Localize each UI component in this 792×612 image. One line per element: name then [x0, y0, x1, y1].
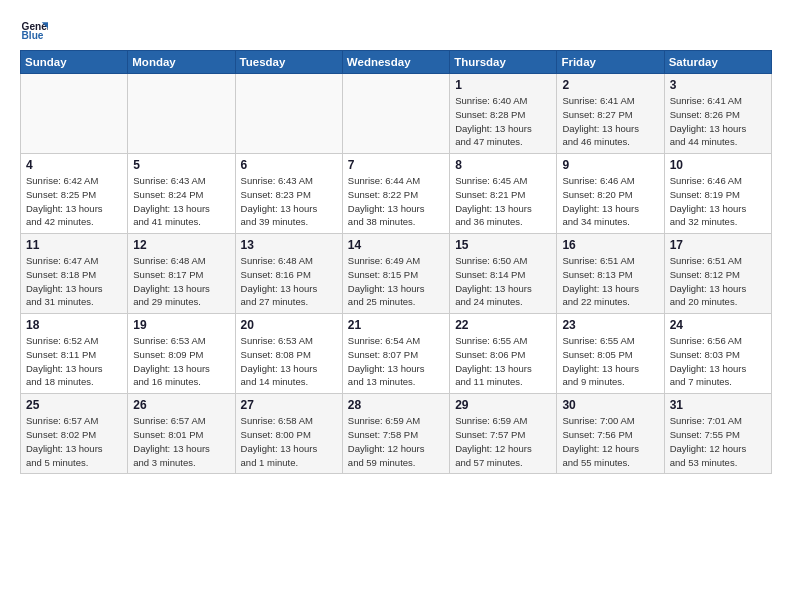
day-number: 24	[670, 318, 766, 332]
calendar-cell: 10Sunrise: 6:46 AM Sunset: 8:19 PM Dayli…	[664, 154, 771, 234]
day-info: Sunrise: 7:01 AM Sunset: 7:55 PM Dayligh…	[670, 414, 766, 469]
calendar-cell: 12Sunrise: 6:48 AM Sunset: 8:17 PM Dayli…	[128, 234, 235, 314]
day-number: 29	[455, 398, 551, 412]
calendar-week-4: 25Sunrise: 6:57 AM Sunset: 8:02 PM Dayli…	[21, 394, 772, 474]
day-info: Sunrise: 6:43 AM Sunset: 8:23 PM Dayligh…	[241, 174, 337, 229]
calendar-body: 1Sunrise: 6:40 AM Sunset: 8:28 PM Daylig…	[21, 74, 772, 474]
day-info: Sunrise: 6:59 AM Sunset: 7:57 PM Dayligh…	[455, 414, 551, 469]
calendar-cell: 18Sunrise: 6:52 AM Sunset: 8:11 PM Dayli…	[21, 314, 128, 394]
calendar-cell: 15Sunrise: 6:50 AM Sunset: 8:14 PM Dayli…	[450, 234, 557, 314]
calendar-cell: 8Sunrise: 6:45 AM Sunset: 8:21 PM Daylig…	[450, 154, 557, 234]
calendar-cell: 21Sunrise: 6:54 AM Sunset: 8:07 PM Dayli…	[342, 314, 449, 394]
day-info: Sunrise: 6:41 AM Sunset: 8:27 PM Dayligh…	[562, 94, 658, 149]
weekday-header-row: SundayMondayTuesdayWednesdayThursdayFrid…	[21, 51, 772, 74]
day-info: Sunrise: 6:54 AM Sunset: 8:07 PM Dayligh…	[348, 334, 444, 389]
calendar-cell: 30Sunrise: 7:00 AM Sunset: 7:56 PM Dayli…	[557, 394, 664, 474]
day-info: Sunrise: 6:57 AM Sunset: 8:02 PM Dayligh…	[26, 414, 122, 469]
day-info: Sunrise: 6:41 AM Sunset: 8:26 PM Dayligh…	[670, 94, 766, 149]
day-info: Sunrise: 6:59 AM Sunset: 7:58 PM Dayligh…	[348, 414, 444, 469]
day-number: 25	[26, 398, 122, 412]
day-info: Sunrise: 6:53 AM Sunset: 8:08 PM Dayligh…	[241, 334, 337, 389]
calendar-week-0: 1Sunrise: 6:40 AM Sunset: 8:28 PM Daylig…	[21, 74, 772, 154]
day-info: Sunrise: 6:51 AM Sunset: 8:12 PM Dayligh…	[670, 254, 766, 309]
calendar-cell: 9Sunrise: 6:46 AM Sunset: 8:20 PM Daylig…	[557, 154, 664, 234]
day-number: 21	[348, 318, 444, 332]
day-number: 7	[348, 158, 444, 172]
day-number: 30	[562, 398, 658, 412]
day-number: 10	[670, 158, 766, 172]
day-number: 13	[241, 238, 337, 252]
day-info: Sunrise: 6:53 AM Sunset: 8:09 PM Dayligh…	[133, 334, 229, 389]
calendar-cell: 1Sunrise: 6:40 AM Sunset: 8:28 PM Daylig…	[450, 74, 557, 154]
day-info: Sunrise: 6:45 AM Sunset: 8:21 PM Dayligh…	[455, 174, 551, 229]
calendar-cell: 26Sunrise: 6:57 AM Sunset: 8:01 PM Dayli…	[128, 394, 235, 474]
weekday-header-tuesday: Tuesday	[235, 51, 342, 74]
day-number: 4	[26, 158, 122, 172]
day-number: 3	[670, 78, 766, 92]
calendar-cell: 2Sunrise: 6:41 AM Sunset: 8:27 PM Daylig…	[557, 74, 664, 154]
calendar-cell: 16Sunrise: 6:51 AM Sunset: 8:13 PM Dayli…	[557, 234, 664, 314]
weekday-header-monday: Monday	[128, 51, 235, 74]
day-info: Sunrise: 6:46 AM Sunset: 8:20 PM Dayligh…	[562, 174, 658, 229]
day-number: 28	[348, 398, 444, 412]
calendar-cell: 5Sunrise: 6:43 AM Sunset: 8:24 PM Daylig…	[128, 154, 235, 234]
calendar-week-1: 4Sunrise: 6:42 AM Sunset: 8:25 PM Daylig…	[21, 154, 772, 234]
calendar-week-3: 18Sunrise: 6:52 AM Sunset: 8:11 PM Dayli…	[21, 314, 772, 394]
page-header: General Blue	[20, 16, 772, 44]
calendar-cell: 11Sunrise: 6:47 AM Sunset: 8:18 PM Dayli…	[21, 234, 128, 314]
day-number: 17	[670, 238, 766, 252]
day-info: Sunrise: 6:50 AM Sunset: 8:14 PM Dayligh…	[455, 254, 551, 309]
day-info: Sunrise: 6:51 AM Sunset: 8:13 PM Dayligh…	[562, 254, 658, 309]
weekday-header-saturday: Saturday	[664, 51, 771, 74]
svg-text:Blue: Blue	[22, 30, 44, 41]
calendar-cell: 25Sunrise: 6:57 AM Sunset: 8:02 PM Dayli…	[21, 394, 128, 474]
day-number: 23	[562, 318, 658, 332]
day-number: 26	[133, 398, 229, 412]
weekday-header-sunday: Sunday	[21, 51, 128, 74]
day-info: Sunrise: 6:48 AM Sunset: 8:17 PM Dayligh…	[133, 254, 229, 309]
day-number: 20	[241, 318, 337, 332]
day-info: Sunrise: 7:00 AM Sunset: 7:56 PM Dayligh…	[562, 414, 658, 469]
calendar-cell	[342, 74, 449, 154]
calendar-cell: 3Sunrise: 6:41 AM Sunset: 8:26 PM Daylig…	[664, 74, 771, 154]
day-number: 11	[26, 238, 122, 252]
calendar-cell: 29Sunrise: 6:59 AM Sunset: 7:57 PM Dayli…	[450, 394, 557, 474]
calendar-cell: 7Sunrise: 6:44 AM Sunset: 8:22 PM Daylig…	[342, 154, 449, 234]
day-info: Sunrise: 6:42 AM Sunset: 8:25 PM Dayligh…	[26, 174, 122, 229]
day-number: 15	[455, 238, 551, 252]
day-number: 5	[133, 158, 229, 172]
calendar-cell	[21, 74, 128, 154]
day-info: Sunrise: 6:57 AM Sunset: 8:01 PM Dayligh…	[133, 414, 229, 469]
calendar-cell: 14Sunrise: 6:49 AM Sunset: 8:15 PM Dayli…	[342, 234, 449, 314]
calendar-cell: 6Sunrise: 6:43 AM Sunset: 8:23 PM Daylig…	[235, 154, 342, 234]
day-number: 14	[348, 238, 444, 252]
day-number: 1	[455, 78, 551, 92]
calendar-cell: 19Sunrise: 6:53 AM Sunset: 8:09 PM Dayli…	[128, 314, 235, 394]
day-info: Sunrise: 6:43 AM Sunset: 8:24 PM Dayligh…	[133, 174, 229, 229]
day-info: Sunrise: 6:52 AM Sunset: 8:11 PM Dayligh…	[26, 334, 122, 389]
day-number: 8	[455, 158, 551, 172]
day-info: Sunrise: 6:56 AM Sunset: 8:03 PM Dayligh…	[670, 334, 766, 389]
day-number: 27	[241, 398, 337, 412]
weekday-header-friday: Friday	[557, 51, 664, 74]
day-number: 2	[562, 78, 658, 92]
day-number: 16	[562, 238, 658, 252]
calendar-table: SundayMondayTuesdayWednesdayThursdayFrid…	[20, 50, 772, 474]
calendar-week-2: 11Sunrise: 6:47 AM Sunset: 8:18 PM Dayli…	[21, 234, 772, 314]
calendar-cell: 23Sunrise: 6:55 AM Sunset: 8:05 PM Dayli…	[557, 314, 664, 394]
weekday-header-thursday: Thursday	[450, 51, 557, 74]
day-number: 12	[133, 238, 229, 252]
weekday-header-wednesday: Wednesday	[342, 51, 449, 74]
day-info: Sunrise: 6:55 AM Sunset: 8:06 PM Dayligh…	[455, 334, 551, 389]
calendar-cell: 22Sunrise: 6:55 AM Sunset: 8:06 PM Dayli…	[450, 314, 557, 394]
calendar-cell: 31Sunrise: 7:01 AM Sunset: 7:55 PM Dayli…	[664, 394, 771, 474]
calendar-cell: 24Sunrise: 6:56 AM Sunset: 8:03 PM Dayli…	[664, 314, 771, 394]
day-number: 6	[241, 158, 337, 172]
day-number: 18	[26, 318, 122, 332]
day-info: Sunrise: 6:55 AM Sunset: 8:05 PM Dayligh…	[562, 334, 658, 389]
day-info: Sunrise: 6:40 AM Sunset: 8:28 PM Dayligh…	[455, 94, 551, 149]
calendar-cell: 27Sunrise: 6:58 AM Sunset: 8:00 PM Dayli…	[235, 394, 342, 474]
day-number: 22	[455, 318, 551, 332]
calendar-cell: 28Sunrise: 6:59 AM Sunset: 7:58 PM Dayli…	[342, 394, 449, 474]
calendar-header: SundayMondayTuesdayWednesdayThursdayFrid…	[21, 51, 772, 74]
